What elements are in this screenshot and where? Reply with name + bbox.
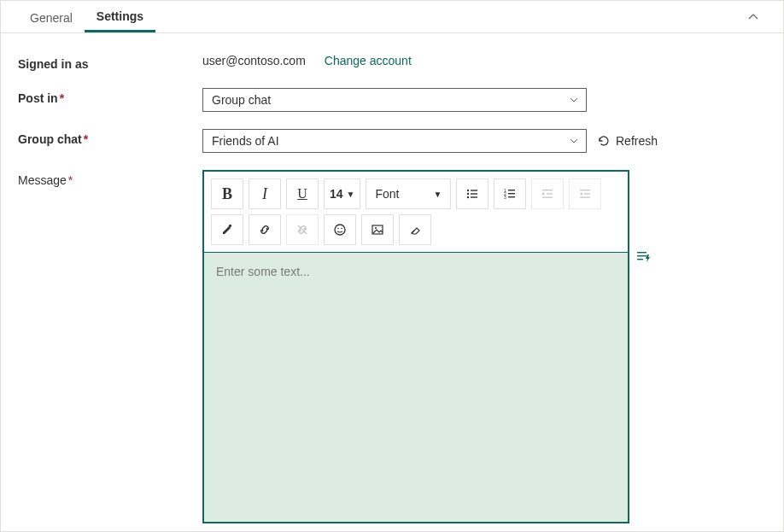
svg-point-22 (341, 228, 342, 230)
label-message: Message* (18, 170, 202, 187)
underline-icon: U (297, 186, 307, 202)
svg-rect-16 (584, 193, 590, 194)
bullet-list-icon (465, 187, 479, 201)
field-group-chat: Friends of AI Refresh (202, 129, 766, 153)
unlink-button (286, 214, 319, 245)
editor-textarea[interactable]: Enter some text... (204, 252, 628, 522)
field-message: B I U 14▼ Font▼ 123 (202, 170, 766, 532)
link-button[interactable] (249, 214, 281, 245)
required-asterisk: * (60, 91, 64, 105)
svg-rect-15 (580, 190, 590, 190)
label-group-chat: Group chat* (18, 129, 202, 146)
svg-rect-3 (471, 193, 477, 194)
font-size-select[interactable]: 14▼ (324, 178, 360, 209)
svg-point-0 (467, 190, 469, 191)
required-asterisk: * (68, 173, 73, 187)
bold-button[interactable]: B (211, 178, 243, 209)
caret-down-icon: ▼ (434, 190, 442, 199)
settings-content: Signed in as user@contoso.com Change acc… (1, 33, 783, 532)
collapse-chevron[interactable] (740, 4, 766, 30)
svg-rect-11 (508, 196, 515, 197)
label-post-in-text: Post in (18, 91, 58, 105)
svg-rect-12 (542, 190, 553, 190)
svg-rect-26 (637, 255, 647, 256)
refresh-button[interactable]: Refresh (597, 134, 658, 148)
row-message: Message* B I U 14▼ Font▼ 123 (18, 170, 766, 532)
tab-general[interactable]: General (18, 3, 85, 32)
font-family-select[interactable]: Font▼ (366, 178, 451, 209)
required-asterisk: * (84, 132, 88, 146)
italic-icon: I (262, 185, 267, 203)
svg-rect-17 (580, 197, 590, 198)
italic-button[interactable]: I (249, 178, 281, 209)
dynamic-content-button[interactable] (636, 248, 652, 264)
svg-text:3: 3 (504, 195, 506, 200)
group-chat-select[interactable]: Friends of AI (202, 129, 587, 153)
post-in-value: Group chat (212, 93, 271, 107)
indent-button (569, 178, 601, 209)
bullet-list-button[interactable] (456, 178, 489, 209)
row-post-in: Post in* Group chat (18, 88, 766, 112)
chevron-down-icon (569, 95, 579, 105)
signed-in-email: user@contoso.com (202, 54, 306, 67)
outdent-button (531, 178, 564, 209)
row-signed-in: Signed in as user@contoso.com Change acc… (18, 54, 766, 71)
chevron-down-icon (569, 136, 579, 146)
change-account-link[interactable]: Change account (325, 54, 412, 67)
svg-point-2 (467, 193, 469, 195)
svg-point-21 (337, 228, 339, 230)
post-in-select[interactable]: Group chat (202, 88, 587, 112)
emoji-button[interactable] (324, 214, 356, 245)
eraser-button[interactable] (399, 214, 431, 245)
numbered-list-button[interactable]: 123 (494, 178, 526, 209)
refresh-icon (597, 134, 611, 148)
svg-rect-27 (637, 259, 643, 260)
underline-button[interactable]: U (286, 178, 319, 209)
label-signed-in: Signed in as (18, 54, 202, 71)
font-size-value: 14 (330, 187, 343, 201)
svg-point-4 (467, 196, 469, 198)
svg-point-20 (335, 225, 345, 235)
eraser-icon (408, 223, 422, 237)
svg-rect-1 (471, 190, 477, 190)
label-post-in: Post in* (18, 88, 202, 105)
eyedropper-button[interactable] (211, 214, 243, 245)
svg-point-24 (375, 227, 377, 229)
editor-toolbar: B I U 14▼ Font▼ 123 (204, 172, 628, 252)
unlink-icon (295, 223, 309, 237)
label-group-chat-text: Group chat (18, 132, 82, 146)
numbered-list-icon: 123 (503, 187, 517, 201)
editor-wrap: B I U 14▼ Font▼ 123 (202, 170, 629, 523)
svg-rect-14 (542, 197, 553, 198)
group-chat-value: Friends of AI (212, 134, 279, 148)
outdent-icon (541, 187, 554, 201)
svg-rect-25 (637, 252, 647, 253)
image-icon (371, 223, 384, 237)
image-button[interactable] (361, 214, 394, 245)
field-post-in: Group chat (202, 88, 766, 112)
svg-rect-13 (547, 193, 553, 194)
tabs-bar: General Settings (1, 1, 783, 33)
eyedropper-icon (220, 223, 234, 237)
lightning-icon (636, 248, 652, 264)
field-signed-in: user@contoso.com Change account (202, 54, 766, 67)
font-family-value: Font (375, 187, 399, 201)
tab-settings[interactable]: Settings (85, 1, 155, 32)
svg-rect-9 (508, 193, 515, 194)
svg-rect-7 (508, 190, 515, 190)
indent-icon (578, 187, 592, 201)
emoji-icon (333, 223, 347, 237)
link-icon (258, 223, 272, 237)
svg-rect-5 (471, 196, 477, 197)
label-message-text: Message (18, 173, 67, 187)
chevron-up-icon (747, 11, 759, 23)
bold-icon: B (222, 185, 232, 203)
rich-text-editor: B I U 14▼ Font▼ 123 (202, 170, 629, 523)
refresh-label: Refresh (616, 134, 658, 148)
caret-down-icon: ▼ (347, 190, 355, 199)
row-group-chat: Group chat* Friends of AI Refresh (18, 129, 766, 153)
